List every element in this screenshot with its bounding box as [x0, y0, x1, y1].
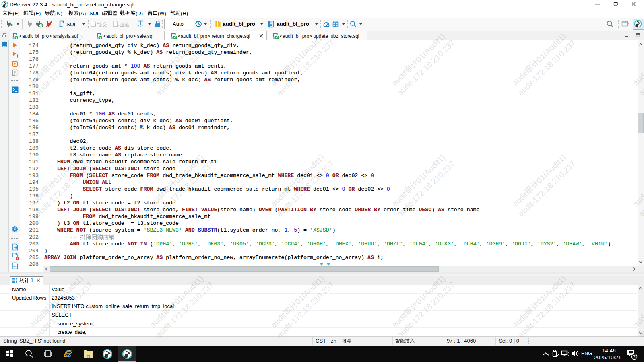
- svg-text:7: 7: [633, 354, 635, 359]
